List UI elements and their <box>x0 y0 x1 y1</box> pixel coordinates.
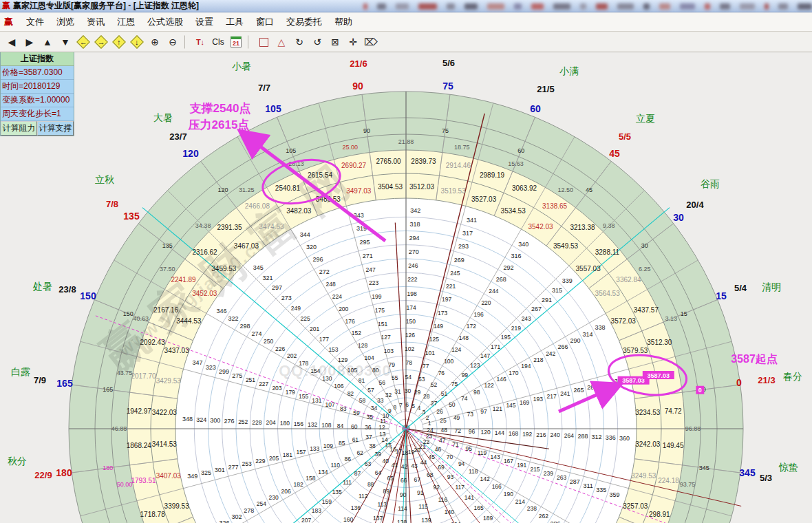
wheel-label: 91 <box>417 489 424 496</box>
triangle-tool-icon[interactable]: △ <box>273 34 290 50</box>
gann-wheel-chart-area[interactable]: 赢家财富网www.yingjia360.comQQ:10080036012345… <box>0 0 812 523</box>
wheel-label: 33 <box>377 397 384 404</box>
cls-button[interactable]: Cls <box>210 34 226 50</box>
wheel-label: 221 <box>446 283 456 290</box>
menu-logo-icon: 赢 <box>4 16 13 28</box>
wheel-label: 126 <box>405 332 415 339</box>
wheel-label: 146 <box>496 376 506 383</box>
zoom-in-icon[interactable]: ⊕ <box>147 34 163 50</box>
rotate-cw-icon[interactable]: ↻ <box>291 34 308 50</box>
wheel-label: 3 <box>422 409 425 416</box>
calc-resistance-button[interactable]: 计算阻力 <box>1 121 37 136</box>
solar-term-label: 小满 <box>559 65 579 78</box>
menu-item-4[interactable]: 公式选股 <box>141 14 189 30</box>
pan-down-icon[interactable]: ↓ <box>129 34 145 50</box>
wheel-label: 8 <box>393 404 396 411</box>
wheel-label: 58 <box>359 397 366 404</box>
date-label: 7/9 <box>34 375 46 385</box>
wheel-label: 137 <box>373 515 383 522</box>
wheel-label: 1793.51 <box>131 477 156 484</box>
wheel-label: 129 <box>338 356 348 363</box>
wheel-label: 106 <box>334 383 343 389</box>
sort-updown-icon[interactable]: T↓ <box>192 34 209 50</box>
wheel-label: 3557.03 <box>576 265 601 273</box>
wheel-label: 82 <box>348 390 354 397</box>
scale-down-icon[interactable]: ▼ <box>57 34 74 50</box>
wheel-label: 118 <box>469 468 478 475</box>
wheel-label: 43.75 <box>117 370 133 376</box>
wheel-label: 273 <box>281 295 292 301</box>
wheel-label: 96.88 <box>685 425 701 432</box>
wheel-label: 120 <box>217 186 228 193</box>
wheel-label: 69 <box>438 464 445 471</box>
wheel-label: 32 <box>385 392 392 398</box>
wheel-label: 41 <box>392 462 398 469</box>
pan-right-icon[interactable]: → <box>93 34 109 50</box>
wheel-label: 243 <box>522 315 531 322</box>
wheel-label: 100 <box>444 358 453 365</box>
wheel-label: 63 <box>365 460 372 467</box>
box-x-icon[interactable]: ⊠ <box>327 34 343 50</box>
wheel-label: 79 <box>389 361 396 368</box>
calc-support-button[interactable]: 计算支撑 <box>37 121 74 136</box>
pan-left-icon[interactable]: ← <box>75 34 92 50</box>
wheel-label: 136 <box>351 504 361 511</box>
center-cross-icon[interactable]: ✛ <box>345 34 361 50</box>
menu-item-8[interactable]: 交易委托 <box>280 14 328 30</box>
blurred-region <box>358 0 812 12</box>
wheel-label: 1942.97 <box>127 407 152 415</box>
wheel-label: 83 <box>340 405 347 412</box>
wheel-label: 202 <box>287 352 297 359</box>
wheel-label: 1868.24 <box>127 442 152 449</box>
menu-item-0[interactable]: 文件 <box>20 14 50 30</box>
wheel-label: 201 <box>310 325 319 332</box>
wheel-label: 292 <box>504 264 514 271</box>
rect-tool-icon[interactable] <box>255 34 272 50</box>
wheel-label: 195 <box>501 334 511 341</box>
wheel-label: 159 <box>322 498 332 505</box>
zoom-out-icon[interactable]: ⊖ <box>164 34 181 50</box>
wheel-label: 108 <box>321 422 331 429</box>
menu-item-5[interactable]: 设置 <box>189 14 220 30</box>
wheel-label: 150 <box>123 310 133 317</box>
calendar-21-icon[interactable]: 21 <box>228 34 244 50</box>
scale-up-icon[interactable]: ▲ <box>39 34 56 50</box>
menu-item-7[interactable]: 窗口 <box>250 14 280 30</box>
wheel-label: 295 <box>359 239 370 246</box>
wheel-label: 345 <box>253 264 264 271</box>
pan-up-icon[interactable]: ↑ <box>111 34 127 50</box>
menu-item-9[interactable]: 帮助 <box>328 14 359 30</box>
wheel-label: 3437.03 <box>164 347 190 354</box>
wheel-label: 93.75 <box>680 481 696 488</box>
page-next-icon[interactable]: ▶ <box>21 34 38 50</box>
wheel-label: 204 <box>266 419 275 426</box>
wheel-label: 182 <box>293 481 303 488</box>
page-prev-icon[interactable]: ◀ <box>3 34 20 50</box>
menu-item-3[interactable]: 江恩 <box>111 14 141 30</box>
wheel-label: 173 <box>438 310 447 317</box>
gann-wheel-canvas[interactable]: 赢家财富网www.yingjia360.comQQ:10080036012345… <box>0 0 812 523</box>
delete-tool-icon[interactable]: ⌦ <box>363 34 379 50</box>
wheel-label: 250 <box>264 338 273 345</box>
wheel-label: 7 <box>399 402 403 409</box>
wheel-label: 154 <box>310 367 320 374</box>
separator <box>248 35 252 49</box>
wheel-label: 2167.16 <box>153 306 179 314</box>
wheel-label: 348 <box>182 416 193 423</box>
solar-term-label: 大暑 <box>153 112 173 125</box>
menu-item-2[interactable]: 资讯 <box>81 14 111 30</box>
wheel-label: 2765.00 <box>376 158 401 165</box>
degree-label: 75 <box>442 81 453 92</box>
wheel-label: 3512.03 <box>409 183 435 191</box>
wheel-label: 164 <box>451 521 460 523</box>
wheel-label: 246 <box>408 262 418 269</box>
rotate-ccw-icon[interactable]: ↺ <box>309 34 325 50</box>
menu-item-1[interactable]: 浏览 <box>50 14 81 30</box>
wheel-label: 57 <box>367 387 374 394</box>
wheel-label: 180 <box>103 465 113 471</box>
wheel-label: 268 <box>496 276 506 283</box>
wheel-label: 111 <box>343 479 352 486</box>
wheel-label: 3452.03 <box>192 290 217 297</box>
app-icon: 赢 <box>2 0 10 12</box>
menu-item-6[interactable]: 工具 <box>220 14 250 30</box>
